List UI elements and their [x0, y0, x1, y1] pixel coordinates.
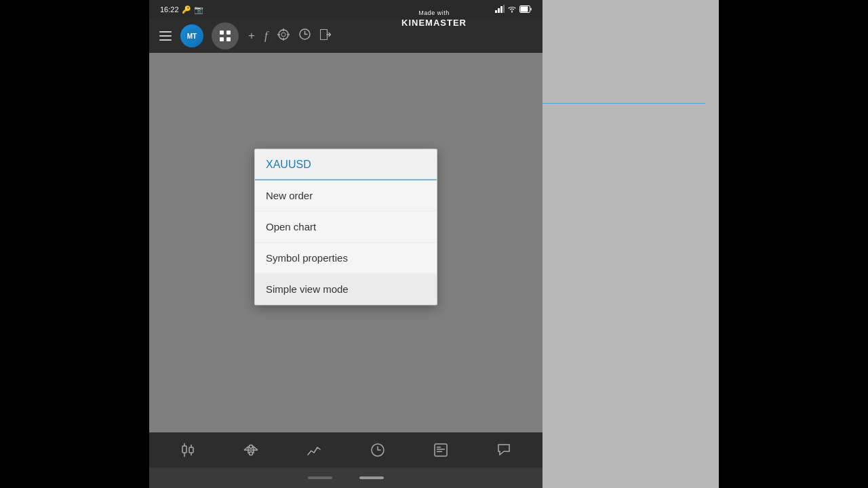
- clock-icon[interactable]: [299, 28, 311, 43]
- status-battery-icon: [519, 5, 532, 14]
- svg-rect-7: [159, 31, 172, 33]
- svg-rect-5: [521, 6, 528, 12]
- svg-rect-34: [437, 449, 445, 450]
- status-bar: 16:22 🔑 📷: [149, 0, 542, 19]
- menu-item-open-chart[interactable]: Open chart: [255, 211, 437, 243]
- context-menu-title: XAUUSD: [266, 159, 311, 170]
- svg-point-17: [281, 33, 285, 37]
- toolbar-chat-icon[interactable]: [492, 438, 516, 462]
- svg-rect-35: [437, 451, 442, 453]
- svg-text:MT: MT: [187, 33, 197, 40]
- main-content: XAUUSD New order Open chart Symbol prope…: [149, 53, 542, 432]
- context-menu: XAUUSD New order Open chart Symbol prope…: [254, 148, 437, 305]
- svg-rect-1: [498, 8, 500, 13]
- toolbar-history-icon[interactable]: [429, 438, 453, 462]
- status-signal-icon: [495, 5, 505, 14]
- menu-item-simple-view-mode[interactable]: Simple view mode: [255, 274, 437, 304]
- status-sim-icon: 📷: [194, 5, 203, 14]
- toolbar-candle-icon[interactable]: [176, 438, 200, 462]
- toolbar-trades-icon[interactable]: [239, 438, 263, 462]
- grid-icon: [220, 30, 231, 41]
- svg-rect-0: [495, 10, 497, 13]
- right-dark-panel: [719, 0, 868, 488]
- svg-rect-9: [159, 39, 172, 41]
- svg-point-12: [279, 30, 288, 39]
- top-bar-actions: + f: [248, 28, 331, 44]
- app-logo[interactable]: MT: [180, 24, 203, 47]
- svg-rect-36: [437, 447, 441, 448]
- toolbar-watchlist-icon[interactable]: [366, 438, 390, 462]
- svg-rect-6: [530, 7, 532, 10]
- svg-rect-24: [182, 446, 186, 453]
- svg-rect-21: [320, 29, 327, 39]
- svg-point-30: [249, 445, 252, 449]
- plus-icon[interactable]: +: [248, 29, 255, 43]
- svg-rect-33: [435, 444, 447, 456]
- toolbar-chart-icon[interactable]: [302, 438, 326, 462]
- svg-rect-8: [159, 35, 172, 37]
- hamburger-icon[interactable]: [156, 26, 175, 45]
- svg-rect-27: [189, 447, 193, 453]
- bottom-toolbar: [149, 432, 542, 468]
- svg-point-31: [249, 452, 252, 455]
- scene: XAUUS New orde Open cha Symbol pr Simple…: [0, 0, 868, 488]
- nav-back-indicator[interactable]: [308, 476, 332, 479]
- menu-item-symbol-properties[interactable]: Symbol properties: [255, 243, 437, 274]
- phone-frame: 16:22 🔑 📷: [149, 0, 542, 488]
- status-wifi-icon: [507, 5, 517, 14]
- status-right-icons: [495, 5, 532, 14]
- exit-icon[interactable]: [320, 29, 331, 43]
- grid-menu-button[interactable]: [212, 22, 239, 49]
- status-key-icon: 🔑: [182, 5, 191, 14]
- function-icon[interactable]: f: [264, 29, 268, 43]
- status-time: 16:22 🔑 📷: [160, 5, 203, 14]
- left-dark-panel: [0, 0, 149, 488]
- bottom-nav: [149, 468, 542, 488]
- top-bar: MT + f: [149, 19, 542, 53]
- svg-rect-2: [500, 6, 502, 13]
- crosshair-icon[interactable]: [277, 28, 290, 44]
- menu-item-new-order[interactable]: New order: [255, 180, 437, 211]
- context-menu-header: XAUUSD: [255, 149, 437, 180]
- nav-home-indicator[interactable]: [359, 476, 384, 479]
- svg-rect-3: [503, 5, 505, 13]
